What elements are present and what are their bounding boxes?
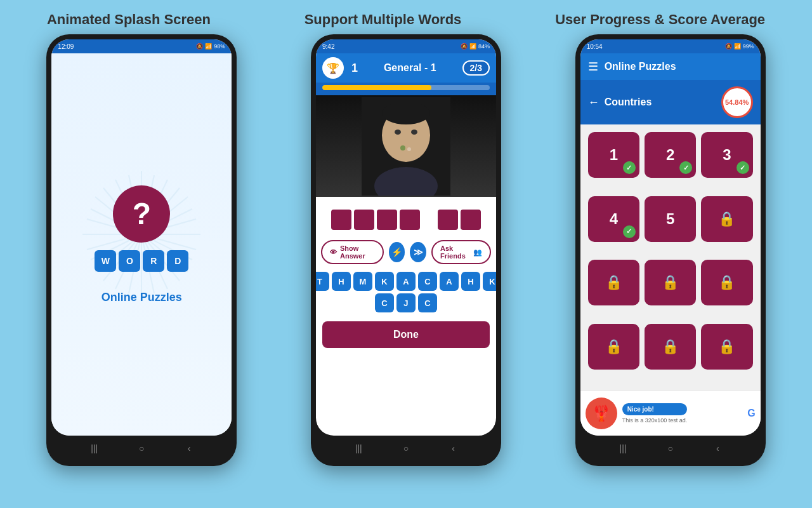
show-answer-label: Show Answer [340, 244, 375, 260]
svg-point-35 [407, 147, 411, 151]
ad-bubble: Nice job! [622, 403, 688, 415]
letter-T[interactable]: T [316, 272, 329, 291]
letter-H[interactable]: H [332, 272, 351, 291]
lightning-button[interactable]: ⚡ [389, 242, 405, 262]
game-image [316, 95, 496, 197]
letter-row-1: T H M K A C A H K [316, 272, 496, 291]
letter-C2[interactable]: C [375, 293, 394, 312]
puzzle-cell-6: 🔒 [701, 196, 752, 242]
letter-C1[interactable]: C [418, 272, 437, 291]
top-labels-row: Animated Splash Screen Support Multiple … [0, 0, 812, 34]
ad-banner: 🦞 Nice job! This is a 320x100 test ad. G [580, 390, 761, 436]
google-ads-logo: G [747, 408, 755, 419]
phone3-nav-back[interactable]: ‹ [710, 441, 724, 455]
lock-icon-8: 🔒 [662, 274, 679, 291]
phone1-status-icons: 🔕 📶 98% [196, 43, 225, 50]
ask-friends-label: Ask Friends [440, 244, 470, 260]
svg-point-33 [382, 102, 430, 124]
splash-content: ? W O R D Online Puzzles [51, 53, 232, 436]
letter-H2[interactable]: H [461, 272, 480, 291]
phone1-time: 12:09 [58, 43, 74, 50]
score-circle: 54.84% [721, 86, 753, 118]
lock-icon-11: 🔒 [662, 338, 679, 355]
person-svg [362, 97, 450, 196]
answer-tile-4[interactable] [400, 210, 420, 230]
answer-tile-2[interactable] [354, 210, 374, 230]
label-multiple-words: Support Multiple Words [304, 11, 462, 28]
letter-K[interactable]: K [375, 272, 394, 291]
letter-row-2: C J C [375, 293, 437, 312]
label-splash: Animated Splash Screen [47, 11, 211, 28]
letter-A2[interactable]: A [440, 272, 459, 291]
check-badge-4: ✓ [623, 225, 636, 238]
answer-tile-5[interactable] [438, 210, 458, 230]
puzzle-cell-9: 🔒 [701, 260, 752, 305]
svg-point-34 [400, 145, 405, 150]
word-tile-r: R [143, 250, 164, 272]
skip-button[interactable]: ≫ [410, 242, 426, 262]
answer-word-2 [438, 210, 481, 230]
phone1-status-bar: 12:09 🔕 📶 98% [51, 39, 232, 53]
phone3-nav-recent[interactable]: ||| [616, 441, 630, 455]
phone1-nav-home[interactable]: ○ [134, 441, 148, 455]
phone2-screen: 9:42 🔕 📶 84% 🏆 1 General - 1 2/3 [316, 39, 496, 436]
phone1-nav-recent[interactable]: ||| [88, 441, 102, 455]
progress-bar-container [316, 83, 496, 95]
question-circle: ? [113, 185, 170, 243]
answer-tile-1[interactable] [331, 210, 351, 230]
phone3-nav-home[interactable]: ○ [664, 441, 678, 455]
letter-K2[interactable]: K [483, 272, 496, 291]
puzzle-cell-12: 🔒 [701, 324, 752, 370]
letter-grid: T H M K A C A H K C J C [316, 268, 496, 316]
puzzle-cell-2[interactable]: 2 ✓ [645, 132, 696, 178]
letter-C3[interactable]: C [418, 293, 437, 312]
game-header-title: General - 1 [384, 62, 436, 74]
phone1-nav-back[interactable]: ‹ [182, 441, 196, 455]
answer-tile-3[interactable] [377, 210, 397, 230]
check-badge-3: ✓ [737, 161, 749, 174]
puzzle-cell-4[interactable]: 4 ✓ [588, 196, 639, 242]
puzzle-cell-3[interactable]: 3 ✓ [701, 132, 752, 178]
back-arrow-icon[interactable]: ← [588, 96, 599, 109]
hamburger-icon[interactable]: ☰ [588, 60, 598, 74]
lock-icon-10: 🔒 [605, 338, 622, 355]
ask-friends-button[interactable]: Ask Friends 👥 [431, 240, 491, 264]
puzzle-grid: 1 ✓ 2 ✓ 3 ✓ 4 ✓ 5 [580, 124, 761, 390]
label-progress: User Progress & Score Average [555, 11, 765, 28]
phones-container: 12:09 🔕 📶 98% [0, 34, 812, 466]
answer-tile-6[interactable] [461, 210, 481, 230]
phone-splash: 12:09 🔕 📶 98% [46, 34, 237, 466]
lock-icon-6: 🔒 [718, 211, 735, 227]
answer-area [316, 197, 496, 236]
ad-content: Nice job! This is a 320x100 test ad. [622, 403, 688, 424]
puzzle-cell-1[interactable]: 1 ✓ [588, 132, 639, 178]
letter-J[interactable]: J [396, 293, 416, 312]
sub-header: ← Countries 54.84% [580, 80, 761, 124]
letter-A1[interactable]: A [396, 272, 416, 291]
progress-bar-track [322, 85, 490, 90]
puzzle-cell-10: 🔒 [588, 324, 639, 370]
puzzle-cell-5[interactable]: 5 [645, 196, 696, 242]
word-tile-o: O [119, 250, 140, 272]
phone1-nav: ||| ○ ‹ [51, 436, 232, 461]
check-badge-1: ✓ [623, 161, 636, 174]
progress-header: ☰ Online Puzzles [580, 53, 761, 80]
phone2-time: 9:42 [322, 43, 334, 50]
game-score: 1 [351, 62, 358, 75]
phone3-icons: 🔕 📶 99% [725, 43, 754, 50]
score-area: 🏆 1 [322, 57, 358, 79]
phone2-nav-home[interactable]: ○ [399, 441, 413, 455]
progress-header-title: Online Puzzles [605, 61, 753, 72]
svg-point-32 [411, 130, 417, 135]
progress-bar-fill [322, 85, 431, 90]
game-header: 🏆 1 General - 1 2/3 [316, 53, 496, 83]
show-answer-button[interactable]: 👁 Show Answer [321, 240, 384, 264]
phone2-nav-back[interactable]: ‹ [447, 441, 461, 455]
letter-M[interactable]: M [353, 272, 372, 291]
phone2-nav-recent[interactable]: ||| [351, 441, 365, 455]
word-tile-w: W [95, 250, 116, 272]
phone3-status-bar: 10:54 🔕 📶 99% [580, 39, 761, 53]
done-button[interactable]: Done [322, 321, 490, 348]
word-tiles: W O R D [95, 250, 188, 272]
phone3-nav: ||| ○ ‹ [580, 436, 761, 461]
